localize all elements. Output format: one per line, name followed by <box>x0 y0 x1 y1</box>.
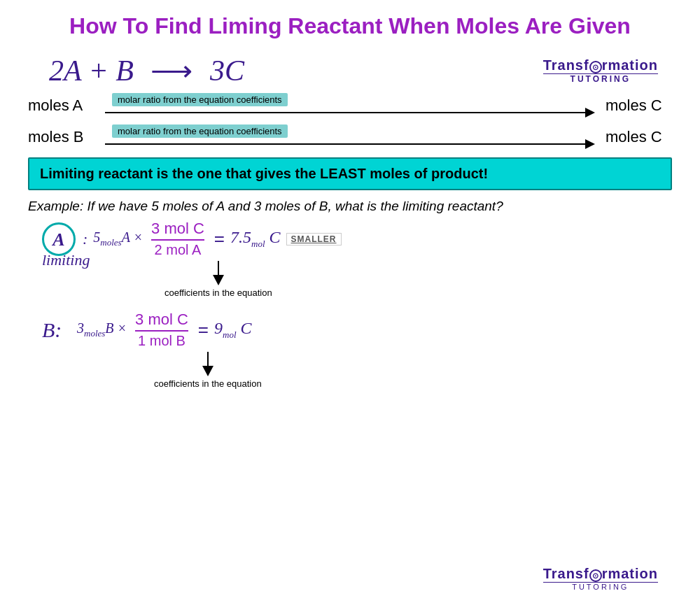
molar-label-b: molar ratio from the equation coefficien… <box>112 124 288 138</box>
eq-coeff2: 3 <box>210 55 225 87</box>
calc-a-moles-a: 5molesA × <box>93 229 143 248</box>
coeff-arrow-svg-b <box>194 352 222 378</box>
reactant-b-label: moles B <box>28 128 98 146</box>
coeff-arrow-a: coefficients in the equation <box>164 261 272 298</box>
calc-a-num: 3 mol C <box>151 220 204 241</box>
logo-name: Transf⊙rmation <box>543 57 658 73</box>
calc-a-result: 7.5mol C <box>230 228 281 250</box>
calc-row-a: A : 5molesA × 3 mol C 2 mol A = 7.5mol C… <box>42 220 672 258</box>
conversion-row-b: moles B molar ratio from the equation co… <box>28 124 672 149</box>
calc-b-result: 9mol C <box>214 319 252 341</box>
highlight-box: Limiting reactant is the one that gives … <box>28 157 672 190</box>
coeff-note-a-container: coefficients in the equation <box>164 261 672 298</box>
calc-b-moles-b: 3molesB × <box>77 320 127 339</box>
eq-A: A <box>64 55 81 87</box>
calc-a-fraction: 3 mol C 2 mol A <box>151 220 204 258</box>
svg-marker-1 <box>213 275 224 285</box>
product-b-label: moles C <box>595 128 672 146</box>
eq-C: C <box>225 55 244 87</box>
smaller-badge: SMALLER <box>286 233 342 245</box>
calc-a-equals: = <box>214 228 225 250</box>
eq-B: B <box>115 55 134 87</box>
eq-plus: + <box>88 55 115 87</box>
svg-marker-3 <box>202 366 214 376</box>
logo-footer-subtitle: TUTORING <box>543 582 658 591</box>
conversion-row-a: moles A molar ratio from the equation co… <box>28 93 672 118</box>
calc-b-den: 1 mol B <box>138 332 186 349</box>
line-b <box>105 143 585 145</box>
coeff-arrow-b: coefficients in the equation <box>154 352 262 389</box>
calc-b-fraction: 3 mol C 1 mol B <box>135 311 188 349</box>
conversion-section: moles A molar ratio from the equation co… <box>28 93 672 149</box>
coeff-arrow-svg-a <box>204 261 232 287</box>
coeff-note-b-container: coefficients in the equation <box>154 352 672 389</box>
logo-subtitle: TUTORING <box>543 73 658 84</box>
arrowhead-b <box>585 139 595 149</box>
arrowhead-a <box>585 108 595 118</box>
calc-a-colon: : <box>83 230 88 248</box>
arrow-line-b <box>105 139 595 149</box>
product-a-label: moles C <box>595 97 672 115</box>
calc-section-a: A : 5molesA × 3 mol C 2 mol A = 7.5mol C… <box>42 220 672 298</box>
calc-b-num: 3 mol C <box>135 311 188 332</box>
page-title: How To Find Liming Reactant When Moles A… <box>0 0 700 46</box>
limiting-label: limiting <box>42 251 90 269</box>
coeff-note-a: coefficients in the equation <box>164 287 272 298</box>
eq-arrow: ⟶ <box>150 55 192 87</box>
logo-footer-name: Transf⊙rmation <box>543 566 658 582</box>
line-a <box>105 112 585 113</box>
calc-section-b: B: 3molesB × 3 mol C 1 mol B = 9mol C <box>42 311 672 389</box>
calc-row-b: B: 3molesB × 3 mol C 1 mol B = 9mol C <box>42 311 672 349</box>
calc-a-den: 2 mol A <box>155 241 202 258</box>
logo-footer: Transf⊙rmation TUTORING <box>543 566 658 591</box>
reactant-a-label: moles A <box>28 97 98 115</box>
molar-label-a: molar ratio from the equation coefficien… <box>112 93 288 106</box>
equation-section: 2A + B ⟶ 3C Transf⊙rmation TUTORING <box>28 53 672 87</box>
calc-b-equals: = <box>198 319 209 341</box>
eq-reactant1: 2 <box>49 55 64 87</box>
arrow-line-a <box>105 108 595 118</box>
arrow-container-b: molar ratio from the equation coefficien… <box>105 124 595 149</box>
chemical-equation: 2A + B ⟶ 3C <box>28 53 244 87</box>
coeff-note-b: coefficients in the equation <box>154 378 262 389</box>
example-question: Example: If we have 5 moles of A and 3 m… <box>28 199 672 214</box>
logo-header: Transf⊙rmation TUTORING <box>543 57 658 84</box>
reactant-b-id: B: <box>42 318 70 342</box>
arrow-container-a: molar ratio from the equation coefficien… <box>105 93 595 118</box>
